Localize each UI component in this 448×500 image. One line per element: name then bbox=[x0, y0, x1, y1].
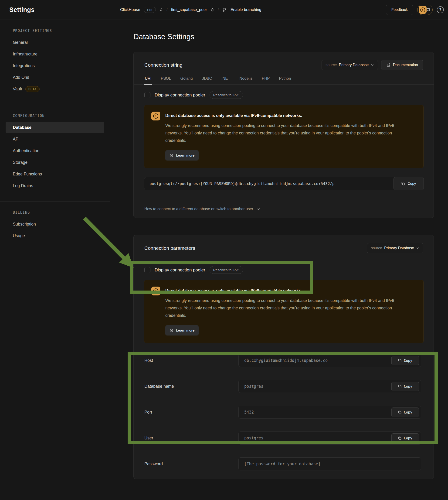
sidebar-item-subscription[interactable]: Subscription bbox=[6, 218, 104, 230]
warning-badge-icon: ! bbox=[419, 6, 427, 14]
sidebar-item-log-drains[interactable]: Log Drains bbox=[6, 180, 104, 192]
sidebar-item-label: Authentication bbox=[13, 149, 39, 153]
sidebar-item-label: Add Ons bbox=[13, 75, 29, 80]
pooler-label: Display connection pooler bbox=[155, 93, 205, 98]
sidebar-section-configuration: CONFIGURATION Database API Authenticatio… bbox=[0, 105, 110, 201]
tab-psql[interactable]: PSQL bbox=[160, 76, 171, 84]
connection-string-value[interactable]: postgresql://postgres:[YOUR-PASSWORD]@db… bbox=[144, 177, 424, 190]
sidebar-item-label: Integrations bbox=[13, 63, 35, 68]
tab-python[interactable]: Python bbox=[278, 76, 291, 84]
sidebar-item-infrastructure[interactable]: Infrastructure bbox=[6, 48, 104, 60]
copy-icon bbox=[398, 359, 402, 363]
sidebar-item-vault[interactable]: Vault BETA bbox=[6, 83, 104, 95]
org-switcher-icon[interactable] bbox=[159, 8, 163, 12]
feedback-button[interactable]: Feedback bbox=[386, 5, 413, 15]
ipv6-warning-slot: ! Direct database access is only availab… bbox=[134, 280, 433, 343]
sidebar-item-add-ons[interactable]: Add Ons bbox=[6, 71, 104, 83]
sidebar-item-label: Vault bbox=[13, 87, 22, 92]
learn-more-button[interactable]: Learn more bbox=[165, 150, 199, 161]
sidebar-item-usage[interactable]: Usage bbox=[6, 230, 104, 242]
connection-parameter-fields: Host db.cxhygiuitamxhniiddjm.supabase.co… bbox=[134, 343, 433, 479]
connection-help-toggle[interactable]: How to connect to a different database o… bbox=[134, 201, 433, 218]
sidebar-section-project-settings: PROJECT SETTINGS General Infrastructure … bbox=[0, 20, 110, 105]
chevron-down-icon bbox=[371, 63, 374, 67]
sidebar-item-label: Subscription bbox=[13, 222, 36, 227]
copy-button[interactable]: Copy bbox=[391, 356, 419, 365]
warning-title: Direct database access is only available… bbox=[165, 288, 412, 293]
documentation-button[interactable]: Documentation bbox=[381, 60, 423, 70]
connection-parameters-title: Connection parameters bbox=[144, 245, 195, 251]
breadcrumb: ClickHouse Pro / first_supabase_peer / E… bbox=[120, 7, 261, 13]
ipv6-warning-banner: ! Direct database access is only availab… bbox=[144, 105, 424, 168]
sidebar-section-billing: BILLING Subscription Usage bbox=[0, 201, 110, 251]
resolves-to-ipv6-badge: Resolves to IPv6 bbox=[209, 91, 243, 99]
param-row-port: Port 5432 Copy bbox=[144, 406, 421, 419]
sidebar-item-edge-functions[interactable]: Edge Functions bbox=[6, 168, 104, 180]
notifications-button[interactable]: ! bbox=[417, 5, 433, 15]
connection-parameters-card: Connection parameters source Primary Dat… bbox=[133, 235, 434, 479]
enable-branching-button[interactable]: Enable branching bbox=[230, 7, 261, 12]
beta-badge: BETA bbox=[25, 86, 40, 92]
page-title: Database Settings bbox=[133, 32, 448, 41]
pooler-row: Display connection pooler Resolves to IP… bbox=[134, 91, 433, 99]
tab-net[interactable]: .NET bbox=[221, 76, 231, 84]
tab-php[interactable]: PHP bbox=[261, 76, 270, 84]
main-content: Database Settings Connection string sour… bbox=[110, 20, 448, 500]
copy-icon bbox=[398, 411, 402, 414]
source-select-value: Primary Database bbox=[384, 246, 414, 250]
copy-button[interactable]: Copy bbox=[391, 433, 419, 443]
tab-jdbc[interactable]: JDBC bbox=[202, 76, 213, 84]
external-link-icon bbox=[386, 63, 390, 67]
app-title: Settings bbox=[9, 6, 34, 14]
sidebar-item-integrations[interactable]: Integrations bbox=[6, 60, 104, 71]
sidebar-header: Settings bbox=[0, 0, 110, 19]
sidebar-item-storage[interactable]: Storage bbox=[6, 157, 104, 168]
external-link-icon bbox=[170, 329, 174, 333]
display-connection-pooler-checkbox[interactable] bbox=[144, 92, 150, 98]
sidebar-item-api[interactable]: API bbox=[6, 133, 104, 145]
learn-more-button[interactable]: Learn more bbox=[165, 325, 199, 335]
copy-button[interactable]: Copy bbox=[391, 407, 419, 417]
sidebar-item-database[interactable]: Database bbox=[6, 122, 104, 133]
warning-body: We strongly recommend using connection p… bbox=[165, 122, 412, 144]
settings-sidebar: PROJECT SETTINGS General Infrastructure … bbox=[0, 20, 110, 500]
breadcrumb-org[interactable]: ClickHouse bbox=[120, 7, 140, 12]
sidebar-item-authentication[interactable]: Authentication bbox=[6, 145, 104, 157]
help-icon[interactable]: ? bbox=[437, 6, 444, 13]
breadcrumb-project[interactable]: first_supabase_peer bbox=[171, 7, 207, 12]
param-row-user: User postgres Copy bbox=[144, 432, 421, 445]
sidebar-item-label: Log Drains bbox=[13, 183, 33, 188]
warning-content: Direct database access is only available… bbox=[165, 112, 412, 161]
project-switcher-icon[interactable] bbox=[210, 8, 214, 12]
sidebar-section-label: BILLING bbox=[13, 210, 104, 215]
tab-uri[interactable]: URI bbox=[144, 76, 152, 84]
copy-button[interactable]: Copy bbox=[394, 177, 424, 190]
sidebar-item-label: Database bbox=[13, 125, 32, 130]
connection-string-title: Connection string bbox=[144, 62, 182, 68]
param-label: Database name bbox=[144, 384, 239, 389]
tab-golang[interactable]: Golang bbox=[180, 76, 193, 84]
display-connection-pooler-checkbox[interactable] bbox=[144, 267, 150, 273]
user-value[interactable]: postgres Copy bbox=[239, 432, 421, 445]
port-value[interactable]: 5432 Copy bbox=[239, 406, 421, 419]
connection-string-controls: source Primary Database Documentation bbox=[321, 60, 423, 70]
copy-button[interactable]: Copy bbox=[391, 382, 419, 391]
source-select[interactable]: source Primary Database bbox=[367, 243, 423, 253]
source-select[interactable]: source Primary Database bbox=[321, 60, 378, 70]
sidebar-item-label: API bbox=[13, 137, 19, 142]
branch-icon bbox=[222, 7, 227, 12]
host-value[interactable]: db.cxhygiuitamxhniiddjm.supabase.co Copy bbox=[239, 354, 421, 367]
plan-badge: Pro bbox=[144, 7, 156, 13]
external-link-icon bbox=[170, 153, 174, 157]
param-label: Host bbox=[144, 358, 239, 363]
resolves-to-ipv6-badge: Resolves to IPv6 bbox=[209, 266, 243, 274]
copy-icon bbox=[398, 385, 402, 388]
source-select-value: Primary Database bbox=[339, 63, 368, 67]
password-value[interactable]: [The password for your database] bbox=[239, 457, 421, 470]
pooler-label: Display connection pooler bbox=[155, 267, 205, 273]
tab-node-js[interactable]: Node.js bbox=[239, 76, 253, 84]
top-bar-main: ClickHouse Pro / first_supabase_peer / E… bbox=[110, 0, 448, 19]
pooler-row: Display connection pooler Resolves to IP… bbox=[134, 266, 433, 274]
sidebar-item-general[interactable]: General bbox=[6, 37, 104, 48]
database-name-value[interactable]: postgres Copy bbox=[239, 380, 421, 393]
